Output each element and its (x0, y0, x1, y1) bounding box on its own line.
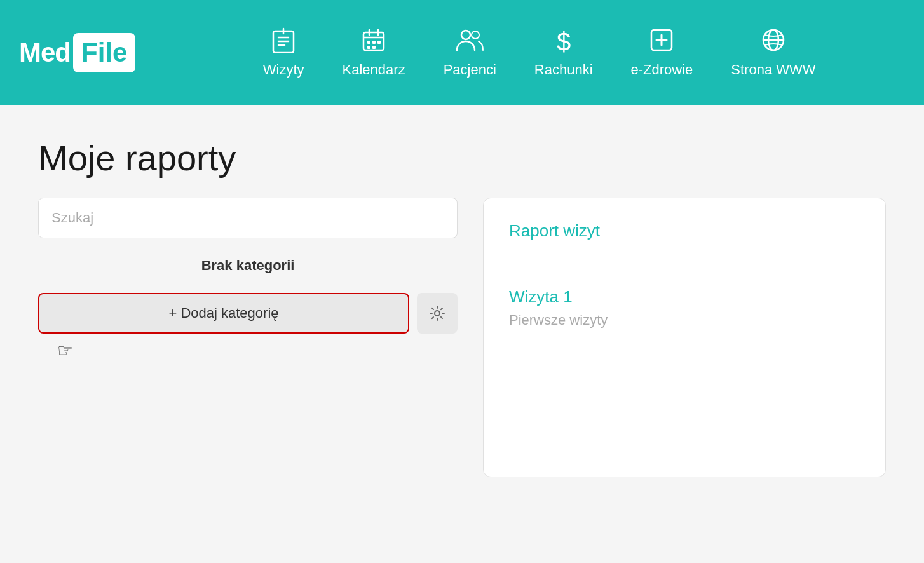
cursor-indicator: ☞ (57, 340, 458, 361)
report-item-title-0[interactable]: Raport wizyt (509, 221, 860, 241)
nav-item-pacjenci[interactable]: Pacjenci (444, 27, 496, 78)
main-content: Moje raporty Brak kategorii + Dodaj kate… (0, 105, 924, 509)
report-item-title-1[interactable]: Wizyta 1 (509, 287, 860, 307)
report-item-raport-wizyt[interactable]: Raport wizyt (484, 198, 885, 264)
nav-label-pacjenci: Pacjenci (444, 62, 496, 78)
strona-www-icon (761, 27, 786, 57)
gear-icon (429, 305, 445, 322)
logo-med: Med (19, 37, 71, 68)
svg-rect-11 (377, 41, 381, 44)
nav-item-strona-www[interactable]: Strona WWW (731, 27, 815, 78)
svg-point-15 (472, 31, 479, 39)
nav-label-wizyty: Wizyty (263, 62, 304, 78)
svg-rect-13 (372, 46, 376, 49)
svg-text:$: $ (557, 27, 571, 53)
report-item-wizyta-1[interactable]: Wizyta 1 Pierwsze wizyty (484, 264, 885, 351)
add-category-button[interactable]: + Dodaj kategorię (38, 293, 409, 334)
ezdrowie-icon (649, 27, 674, 57)
nav-item-wizyty[interactable]: Wizyty (263, 27, 304, 78)
nav-label-rachunki: Rachunki (534, 62, 593, 78)
right-panel: Raport wizyt Wizyta 1 Pierwsze wizyty (483, 198, 886, 477)
action-row: + Dodaj kategorię (38, 293, 458, 334)
settings-button[interactable] (417, 293, 458, 334)
wizyty-icon (271, 27, 296, 57)
report-item-subtitle-1: Pierwsze wizyty (509, 312, 860, 329)
logo[interactable]: Med File (19, 33, 135, 72)
rachunki-icon: $ (552, 27, 575, 57)
no-category-label: Brak kategorii (38, 251, 458, 280)
nav-label-kalendarz: Kalendarz (343, 62, 405, 78)
nav-label-ezdrowie: e-Zdrowie (631, 62, 693, 78)
search-input[interactable] (38, 198, 458, 238)
pacjenci-icon (456, 27, 484, 57)
nav-item-rachunki[interactable]: $ Rachunki (534, 27, 593, 78)
kalendarz-icon (361, 27, 386, 57)
navbar: Med File Wizyty (0, 0, 924, 105)
left-panel: Brak kategorii + Dodaj kategorię ☞ (38, 198, 458, 361)
nav-label-strona-www: Strona WWW (731, 62, 815, 78)
svg-rect-9 (367, 41, 370, 44)
svg-rect-10 (372, 41, 376, 44)
svg-point-14 (461, 31, 470, 39)
page-title: Moje raporty (38, 137, 886, 179)
nav-item-ezdrowie[interactable]: e-Zdrowie (631, 27, 693, 78)
nav-menu: Wizyty Kalendarz (173, 27, 905, 78)
nav-item-kalendarz[interactable]: Kalendarz (343, 27, 405, 78)
content-area: Brak kategorii + Dodaj kategorię ☞ Rapor… (38, 198, 886, 477)
logo-file: File (73, 33, 135, 72)
svg-rect-12 (367, 46, 370, 49)
svg-point-23 (435, 311, 440, 316)
